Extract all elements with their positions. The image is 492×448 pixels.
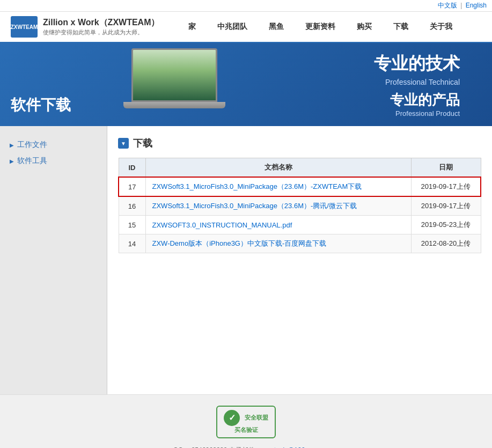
logo-text-block: Zillion x Work（ZXWTEAM） 使继护变得如此简单，从此成为大师… [43, 17, 159, 36]
cell-name[interactable]: ZXWSOFT3.0_INSTRUCTION_MANUAL.pdf [145, 216, 411, 234]
file-link[interactable]: ZXW-Demo版本（iPhone3G）中文版下载-百度网盘下载 [152, 239, 327, 247]
footer-contact: QQ： 2546062320 电子邮件： zxwtools@126.com [11, 446, 481, 448]
cell-date: 2019-09-17上传 [411, 196, 481, 216]
hero-text1: 专业的技术 [374, 52, 460, 76]
nav-about[interactable]: 关于我 [419, 19, 463, 35]
logo-title: Zillion x Work（ZXWTEAM） [43, 17, 159, 28]
col-header-date: 日期 [411, 158, 481, 178]
nav-download[interactable]: 下载 [383, 19, 419, 35]
table-row: 15ZXWSOFT3.0_INSTRUCTION_MANUAL.pdf2019-… [119, 216, 481, 234]
hero-page-title: 软件下载 [11, 95, 71, 115]
logo-area: ZXWTEAM Zillion x Work（ZXWTEAM） 使继护变得如此简… [11, 16, 159, 38]
sidebar-item-work-files[interactable]: 工作文件 [5, 137, 101, 153]
table-row: 14ZXW-Demo版本（iPhone3G）中文版下载-百度网盘下载2012-0… [119, 234, 481, 253]
laptop-screen [131, 48, 217, 102]
nav-update[interactable]: 更新资料 [295, 19, 346, 35]
table-row: 16ZXWSoft3.1_MicroFish3.0_MiniPackage（23… [119, 196, 481, 216]
main-nav: 家 中兆团队 黑鱼 更新资料 购买 下载 关于我 [159, 19, 481, 35]
cell-name[interactable]: ZXWSoft3.1_MicroFish3.0_MiniPackage（23.6… [145, 177, 411, 196]
cell-id: 14 [119, 234, 145, 253]
sidebar: 工作文件 软件工具 [0, 126, 107, 394]
file-link[interactable]: ZXWSOFT3.0_INSTRUCTION_MANUAL.pdf [152, 221, 292, 229]
cell-name[interactable]: ZXW-Demo版本（iPhone3G）中文版下载-百度网盘下载 [145, 234, 411, 253]
file-link[interactable]: ZXWSoft3.1_MicroFish3.0_MiniPackage（23.6… [152, 182, 362, 190]
lang-chinese[interactable]: 中文版 [438, 2, 457, 9]
cell-date: 2019-05-23上传 [411, 216, 481, 234]
logo-icon: ZXWTEAM [11, 16, 38, 38]
cell-id: 17 [119, 177, 145, 196]
hero-text2: Professional Technical [374, 78, 460, 86]
nav-heyu[interactable]: 黑鱼 [258, 19, 295, 35]
cell-date: 2012-08-20上传 [411, 234, 481, 253]
nav-buy[interactable]: 购买 [346, 19, 383, 35]
main-content: 下载 ID 文档名称 日期 17ZXWSoft3.1_MicroFish3.0_… [107, 126, 492, 394]
hero-laptop-image [123, 48, 241, 123]
col-header-id: ID [119, 158, 145, 178]
sidebar-item-software-tools[interactable]: 软件工具 [5, 153, 101, 169]
cell-id: 15 [119, 216, 145, 234]
nav-team[interactable]: 中兆团队 [207, 19, 258, 35]
file-link[interactable]: ZXWSoft3.1_MicroFish3.0_MiniPackage（23.6… [152, 202, 357, 210]
nav-home[interactable]: 家 [178, 19, 207, 35]
language-bar: 中文版 | English [0, 0, 492, 12]
badge-text1: 安全联盟 [245, 414, 268, 421]
page-layout: 工作文件 软件工具 下载 ID 文档名称 日期 17ZXWSoft3.1_Mic… [0, 126, 492, 394]
hero-banner: 软件下载 专业的技术 Professional Technical 专业的产品 … [0, 43, 492, 126]
hero-texts: 专业的技术 Professional Technical 专业的产品 Profe… [374, 52, 460, 117]
header: ZXWTEAM Zillion x Work（ZXWTEAM） 使继护变得如此简… [0, 12, 492, 43]
cell-date: 2019-09-17上传 [411, 177, 481, 196]
lang-english[interactable]: English [466, 2, 487, 9]
hero-text4: Professional Product [374, 109, 460, 117]
lang-separator: | [460, 2, 462, 9]
table-row: 17ZXWSoft3.1_MicroFish3.0_MiniPackage（23… [119, 177, 481, 196]
badge-text2: 买名验证 [234, 427, 258, 433]
col-header-name: 文档名称 [145, 158, 411, 178]
section-icon [118, 138, 129, 149]
footer: ✓ 安全联盟 买名验证 QQ： 2546062320 电子邮件： zxwtool… [0, 394, 492, 448]
logo-subtitle: 使继护变得如此简单，从此成为大师。 [43, 28, 159, 36]
download-table: ID 文档名称 日期 17ZXWSoft3.1_MicroFish3.0_Min… [118, 158, 481, 253]
cell-id: 16 [119, 196, 145, 216]
section-title: 下载 [118, 137, 481, 150]
laptop-base [123, 102, 225, 108]
badge-icon: ✓ [224, 410, 240, 426]
laptop-screen-inner [133, 50, 216, 100]
footer-badge: ✓ 安全联盟 买名验证 [216, 406, 275, 438]
cell-name[interactable]: ZXWSoft3.1_MicroFish3.0_MiniPackage（23.6… [145, 196, 411, 216]
hero-text3: 专业的产品 [374, 91, 460, 109]
table-header-row: ID 文档名称 日期 [119, 158, 481, 178]
